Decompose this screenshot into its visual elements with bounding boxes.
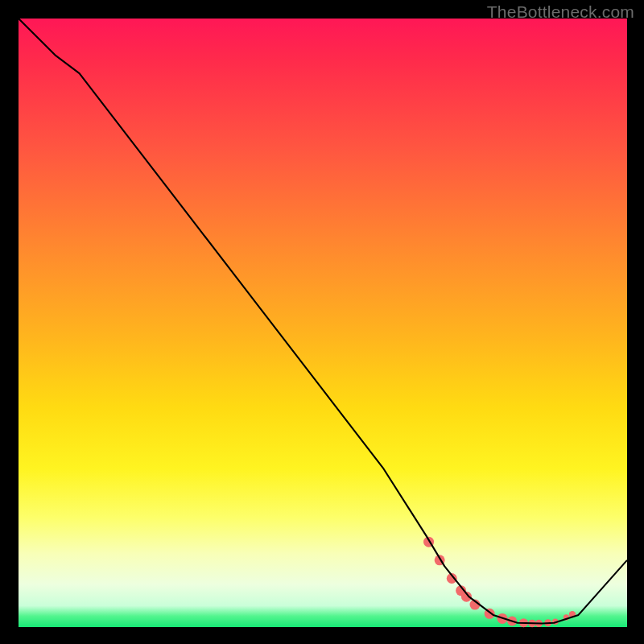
marker-group bbox=[423, 537, 576, 628]
bottleneck-curve bbox=[19, 19, 627, 623]
plot-area bbox=[19, 19, 627, 627]
attribution-text: TheBottleneck.com bbox=[487, 2, 634, 22]
chart-stage: TheBottleneck.com bbox=[0, 0, 644, 644]
curve-layer bbox=[19, 19, 627, 627]
